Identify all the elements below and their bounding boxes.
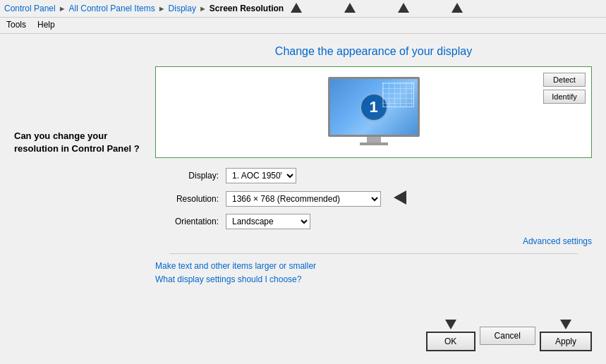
resolution-arrow <box>394 190 406 207</box>
resolution-select[interactable]: 1366 × 768 (Recommended) 1280 × 720 1024… <box>226 191 381 207</box>
bottom-buttons: OK Cancel Apply <box>0 314 606 357</box>
monitor-base <box>360 142 388 145</box>
breadcrumb-sep-1: ► <box>59 4 66 13</box>
left-panel: Can you change your resolution in Contro… <box>14 45 141 288</box>
breadcrumb-item-2[interactable]: All Control Panel Items <box>69 4 155 13</box>
detect-button[interactable]: Detect <box>543 73 586 87</box>
advanced-settings-link[interactable]: Advanced settings <box>155 236 592 246</box>
orientation-label: Orientation: <box>155 217 219 226</box>
divider <box>169 253 578 254</box>
apply-down-arrow <box>560 320 571 329</box>
text-size-link[interactable]: Make text and other items larger or smal… <box>155 261 592 271</box>
resolution-row: Resolution: 1366 × 768 (Recommended) 128… <box>155 190 592 207</box>
apply-button[interactable]: Apply <box>540 332 592 351</box>
ok-annotation: OK <box>426 320 475 351</box>
breadcrumb-sep-2: ► <box>158 4 166 13</box>
detect-identify-buttons: Detect Identify <box>543 73 586 104</box>
breadcrumb-bar: Control Panel ► All Control Panel Items … <box>0 0 606 18</box>
toolbar: Tools Help <box>0 18 606 34</box>
orientation-select[interactable]: Landscape Portrait Landscape (flipped) P… <box>226 214 310 229</box>
ok-down-arrow <box>445 320 456 329</box>
resolution-label: Resolution: <box>155 194 219 204</box>
arrow-up-1 <box>291 3 302 13</box>
sidebar-question: Can you change your resolution in Contro… <box>14 130 141 155</box>
monitor-graphic: 1 <box>328 77 420 147</box>
ok-button[interactable]: OK <box>426 332 475 351</box>
main-content: Can you change your resolution in Contro… <box>0 34 606 299</box>
cancel-button[interactable]: Cancel <box>480 327 535 345</box>
arrow-up-2 <box>344 3 356 13</box>
identify-button[interactable]: Identify <box>543 90 586 104</box>
breadcrumb-item-3[interactable]: Display <box>169 4 196 13</box>
breadcrumb-arrows <box>291 3 463 14</box>
monitor-screen: 1 <box>328 77 420 137</box>
apply-annotation: Apply <box>540 320 592 351</box>
right-panel: Change the appearance of your display 1 … <box>155 45 592 288</box>
display-select[interactable]: 1. AOC 1950W 2. Default Monitor <box>226 168 296 183</box>
display-row: Display: 1. AOC 1950W 2. Default Monitor <box>155 168 592 183</box>
orientation-row: Orientation: Landscape Portrait Landscap… <box>155 214 592 229</box>
page-wrapper: Control Panel ► All Control Panel Items … <box>0 0 606 364</box>
toolbar-help[interactable]: Help <box>35 19 57 30</box>
monitor-grid <box>382 83 414 107</box>
breadcrumb-item-1[interactable]: Control Panel <box>4 4 56 13</box>
display-settings-link[interactable]: What display settings should I choose? <box>155 274 592 284</box>
display-label: Display: <box>155 171 219 181</box>
monitor-stand <box>367 137 381 142</box>
breadcrumb-current: Screen Resolution <box>210 4 284 13</box>
breadcrumb-sep-3: ► <box>199 4 207 13</box>
page-title: Change the appearance of your display <box>155 45 592 58</box>
arrow-up-4 <box>452 3 463 13</box>
toolbar-tools[interactable]: Tools <box>4 19 28 30</box>
monitor-preview-box: 1 Detect Identify <box>155 66 592 158</box>
arrow-up-3 <box>398 3 409 13</box>
